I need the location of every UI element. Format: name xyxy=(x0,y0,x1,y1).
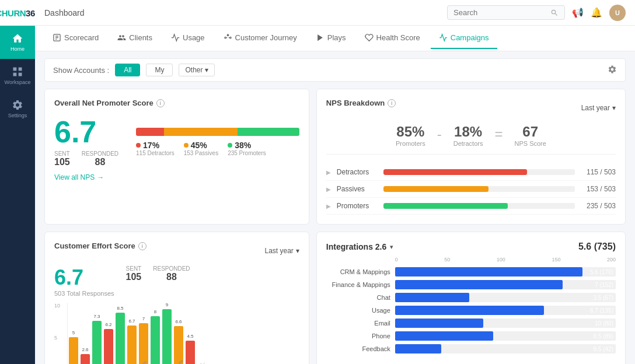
chevron-down-icon: ▾ xyxy=(205,66,208,74)
integrations-title-wrap: Integrations 2.6 ▾ xyxy=(326,242,393,251)
period-label: Last year xyxy=(581,104,610,112)
detractors-count: 115 Detractors xyxy=(136,150,175,156)
integrations-bar-row: Feedback 9.5 (42) xyxy=(326,344,616,354)
sidebar-item-home[interactable]: Home xyxy=(0,26,35,59)
tab-campaigns[interactable]: Campaigns xyxy=(431,27,497,49)
tab-scorecard[interactable]: Scorecard xyxy=(44,27,107,49)
logo-area: CHURN360 xyxy=(0,0,35,26)
scorecard-icon xyxy=(53,33,61,42)
period-select-nps[interactable]: Last year ▾ xyxy=(581,104,616,112)
sidebar-item-workspace[interactable]: Workspace xyxy=(0,59,35,92)
megaphone-icon[interactable]: 📢 xyxy=(572,7,584,18)
h-bar-wrap: 3.5 (67) xyxy=(395,293,616,302)
h-bar-text: 7 (152) xyxy=(595,282,613,288)
tab-plays[interactable]: Plays xyxy=(308,27,354,49)
integrations-bar-chart: CRM & Mappings 5.6 (170) Finance & Mappi… xyxy=(326,267,616,354)
breakdown-name: Passives xyxy=(337,185,378,193)
nps-sent-label: SENT xyxy=(54,150,70,157)
user-avatar[interactable]: U xyxy=(609,5,626,21)
search-input[interactable] xyxy=(453,8,547,17)
ces-sent-val: 105 xyxy=(126,272,142,282)
workspace-icon xyxy=(12,66,23,78)
bar-value: 6.6 xyxy=(175,319,182,324)
bar-group: 8 xyxy=(151,316,160,364)
tab-health-score-label: Health Score xyxy=(376,33,420,42)
h-bar-wrap: 7 (152) xyxy=(395,280,616,289)
top-cards-row: Overall Net Promoter Score i 6.7 SENT 10… xyxy=(44,89,626,225)
h-bar-text: 5.6 (170) xyxy=(590,269,613,275)
nps-score: 6.7 xyxy=(54,117,118,147)
bar-fill xyxy=(151,316,160,364)
period-select-ces[interactable]: Last year ▾ xyxy=(264,247,299,255)
h-bar-label: Phone xyxy=(326,332,390,340)
content-area: Show Accounts : All My Other ▾ Overall N… xyxy=(35,51,635,364)
filters-row: Show Accounts : All My Other ▾ xyxy=(44,58,626,82)
h-bar-fill xyxy=(395,280,563,289)
svg-rect-0 xyxy=(13,68,17,71)
formula-promoters: 85% Promoters xyxy=(396,124,425,147)
breakdown-bar-fill xyxy=(383,186,489,192)
bar-value: 7.3 xyxy=(93,314,100,319)
tab-clients[interactable]: Clients xyxy=(109,27,161,49)
sidebar: CHURN360 Home Workspace Settings xyxy=(0,0,35,364)
h-bar-fill xyxy=(395,306,544,315)
h-bar-wrap: 10 (80) xyxy=(395,318,616,328)
nps-formula: 85% Promoters - 18% Detractors = 67 NPS … xyxy=(326,124,616,155)
h-bar-wrap: 6.7 (135) xyxy=(395,306,616,315)
filter-other-select[interactable]: Other ▾ xyxy=(179,64,215,76)
ces-card: Customer Effort Score i Last year ▾ 6.7 … xyxy=(44,232,309,364)
integrations-bar-row: Phone 8.5 (89) xyxy=(326,331,616,341)
sidebar-item-settings[interactable]: Settings xyxy=(0,92,35,125)
breakdown-row: ▶ Detractors 115 / 503 xyxy=(326,164,616,181)
tab-usage-label: Usage xyxy=(183,33,205,42)
legend-promoters: 38% 235 Promoters xyxy=(228,141,266,156)
breakdown-bar-wrap xyxy=(383,169,575,175)
topbar: Dashboard 📢 🔔 U xyxy=(35,0,635,26)
nps-info-icon[interactable]: i xyxy=(156,99,165,107)
tab-health-score[interactable]: Health Score xyxy=(357,27,428,49)
ces-total: 503 Total Responses xyxy=(54,290,114,297)
tab-customer-journey[interactable]: Customer Journey xyxy=(215,27,305,49)
filter-my-btn[interactable]: My xyxy=(146,64,173,76)
passives-dot xyxy=(184,143,189,148)
breakdown-name: Detractors xyxy=(337,168,378,176)
sidebar-item-workspace-label: Workspace xyxy=(5,79,31,85)
formula-nps-score: 67 NPS Score xyxy=(514,124,546,147)
chevron-right-icon: ▶ xyxy=(326,186,331,192)
notification-icon[interactable]: 🔔 xyxy=(591,7,602,18)
view-all-nps[interactable]: View all NPS → xyxy=(54,173,299,181)
svg-rect-3 xyxy=(19,73,22,76)
chevron-down-icon-3: ▾ xyxy=(296,247,299,255)
topbar-title: Dashboard xyxy=(44,8,85,18)
bar-group: 7.3 xyxy=(92,321,102,364)
axis-label: 50 xyxy=(444,257,450,262)
h-bar-label: Chat xyxy=(326,294,390,301)
h-bar-fill xyxy=(395,344,441,354)
ces-period-label: Last year xyxy=(264,247,293,255)
ces-responded-label: RESPONDED xyxy=(153,265,190,272)
filter-all-btn[interactable]: All xyxy=(115,64,140,76)
integrations-title: Integrations 2.6 xyxy=(326,242,386,251)
home-icon xyxy=(12,33,23,44)
nps-breakdown-info-icon[interactable]: i xyxy=(388,99,396,107)
ces-chart-area: 10 5 0 5 2.6 7.3 6.2 xyxy=(54,303,299,364)
plays-icon xyxy=(316,33,325,42)
integrations-bar-row: CRM & Mappings 5.6 (170) xyxy=(326,267,616,276)
integrations-dropdown-icon[interactable]: ▾ xyxy=(390,243,393,251)
sidebar-item-settings-label: Settings xyxy=(8,113,27,118)
breakdown-bar-wrap xyxy=(383,186,575,192)
gear-icon[interactable] xyxy=(608,65,617,76)
bar-container: 5 xyxy=(69,337,78,364)
axis-label: 100 xyxy=(497,257,505,262)
tab-campaigns-label: Campaigns xyxy=(451,33,489,42)
nps-breakdown-title: NPS Breakdown i xyxy=(326,99,396,107)
nps-responded-label: RESPONDED xyxy=(82,150,118,157)
search-icon xyxy=(550,9,559,17)
topbar-icons: 📢 🔔 U xyxy=(572,5,626,21)
integrations-card: Integrations 2.6 ▾ 5.6 (735) 05010015020… xyxy=(316,232,626,364)
tab-usage[interactable]: Usage xyxy=(163,27,213,49)
h-bar-wrap: 8.5 (89) xyxy=(395,331,616,341)
ces-responded-stat: RESPONDED 88 xyxy=(153,265,190,282)
search-box[interactable] xyxy=(447,5,565,20)
ces-info-icon[interactable]: i xyxy=(138,242,146,250)
